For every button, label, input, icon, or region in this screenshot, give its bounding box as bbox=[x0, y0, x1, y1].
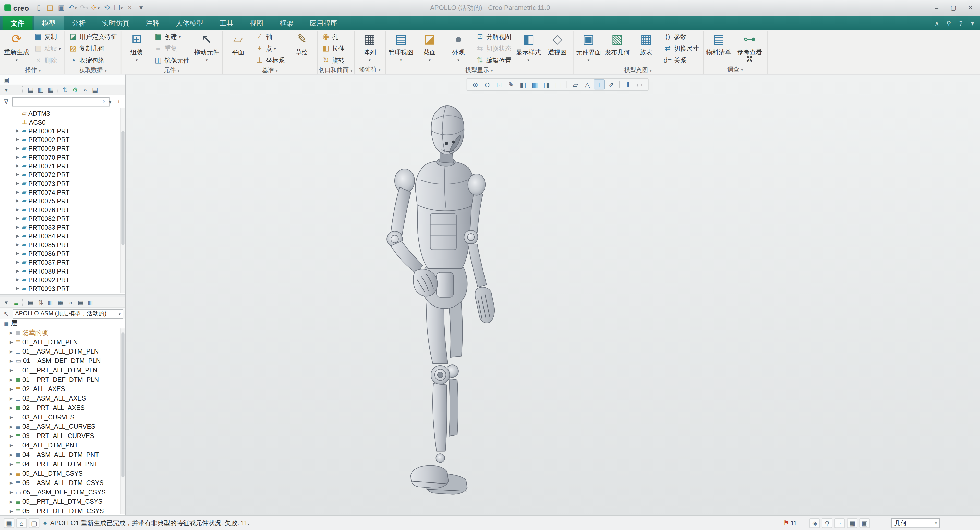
assemble-button[interactable]: ⊞组装▾ bbox=[123, 31, 151, 66]
tab-applications[interactable]: 应用程序 bbox=[301, 16, 345, 30]
tree-item[interactable]: ▶▰PRT0088.PRT bbox=[0, 267, 125, 275]
edit-position-button[interactable]: ⇅编辑位置 bbox=[473, 54, 514, 66]
layer-item[interactable]: ▶≣01_ALL_DTM_PLN bbox=[0, 337, 125, 347]
collapse-tree-panel-icon[interactable]: ▾ bbox=[2, 85, 11, 94]
switch-dimensions-button[interactable]: ⇄切换尺寸 bbox=[661, 43, 702, 55]
toggle-browser-icon[interactable]: ⌂ bbox=[16, 518, 27, 528]
manage-views-button[interactable]: ▤管理视图▾ bbox=[387, 31, 415, 66]
layer-root-row[interactable]: ≣ 层 bbox=[0, 319, 125, 328]
shrinkwrap-button[interactable]: ◔收缩包络 bbox=[66, 54, 119, 66]
tree-overflow-icon[interactable]: » bbox=[81, 85, 89, 94]
minimize-button[interactable]: – bbox=[928, 2, 945, 14]
tree-sort-icon[interactable]: ⇅ bbox=[61, 85, 70, 94]
zoom-out-icon[interactable]: ⊖ bbox=[482, 80, 493, 89]
grid-snap-icon[interactable]: ▦ bbox=[847, 518, 858, 528]
paste-button[interactable]: ▥粘贴▾ bbox=[32, 43, 63, 55]
open-file-icon[interactable]: ◱ bbox=[45, 2, 56, 14]
tree-column-view-icon[interactable]: ▦ bbox=[46, 85, 55, 94]
axis-button[interactable]: ∕轴 bbox=[253, 31, 287, 43]
csys-button[interactable]: ⊥坐标系 bbox=[253, 54, 287, 66]
tree-item[interactable]: ▶▰PRT0086.PRT bbox=[0, 249, 125, 258]
render-style-icon[interactable]: ▦ bbox=[529, 80, 541, 89]
tree-settings-icon[interactable]: ⚙ bbox=[71, 85, 80, 94]
tree-item[interactable]: ▶▰PRT0002.PRT bbox=[0, 135, 125, 144]
layer-overflow-icon[interactable]: » bbox=[66, 298, 75, 307]
layer-item[interactable]: ▶≣05__PRT_DEF_DTM_CSYS bbox=[0, 506, 125, 515]
box-select-icon[interactable]: ▫ bbox=[834, 518, 845, 528]
help-icon[interactable]: ? bbox=[957, 20, 964, 27]
pattern-button[interactable]: ▦阵列▾ bbox=[356, 31, 384, 65]
search-tool-icon[interactable]: ⚲ bbox=[822, 518, 832, 528]
delete-button[interactable]: ×删除 bbox=[32, 54, 63, 66]
regenerate-icon[interactable]: ⟳▾ bbox=[90, 2, 101, 14]
datum-display-filters-icon[interactable]: ▱ bbox=[570, 80, 581, 89]
tree-item[interactable]: ▶▰PRT0087.PRT bbox=[0, 258, 125, 267]
tree-item[interactable]: ▶▰PRT0082.PRT bbox=[0, 214, 125, 223]
layer-item[interactable]: ▶▭01__ASM_DEF_DTM_PLN bbox=[0, 356, 125, 366]
regenerate-button[interactable]: ⟳重新生成▾ bbox=[3, 31, 31, 66]
layer-tree-scrollbar[interactable] bbox=[120, 329, 125, 514]
tree-item[interactable]: ▶▰PRT0092.PRT bbox=[0, 275, 125, 284]
maximize-button[interactable]: ▢ bbox=[945, 2, 962, 14]
layer-rules-icon[interactable]: ▦ bbox=[56, 298, 65, 307]
revolve-button[interactable]: ↻旋转 bbox=[319, 54, 347, 66]
plane-button[interactable]: ▱平面 bbox=[224, 31, 252, 66]
operations-group-label[interactable]: 操作▾ bbox=[3, 66, 63, 75]
add-filter-button[interactable]: + bbox=[115, 97, 123, 106]
tree-doc-icon[interactable]: ▤ bbox=[91, 85, 99, 94]
close-window-icon[interactable]: × bbox=[124, 2, 135, 14]
component-interface-button[interactable]: ▣元件界面▾ bbox=[574, 31, 603, 66]
accessory-window-icon[interactable]: ▢ bbox=[29, 518, 40, 528]
parameters-button[interactable]: ()参数 bbox=[661, 31, 702, 43]
tab-tools[interactable]: 工具 bbox=[212, 16, 242, 30]
undo-icon[interactable]: ↶▾ bbox=[67, 2, 78, 14]
layer-item[interactable]: ▶≣03__PRT_ALL_CURVES bbox=[0, 431, 125, 441]
tree-item[interactable]: ▶▰PRT0070.PRT bbox=[0, 153, 125, 161]
drag-components-button[interactable]: ↖拖动元件▾ bbox=[193, 31, 221, 66]
layer-select-icon[interactable]: ↖ bbox=[2, 309, 11, 318]
minimize-ribbon-icon[interactable]: ∧ bbox=[933, 20, 940, 27]
layer-item[interactable]: ▶≣04__ASM_ALL_DTM_PNT bbox=[0, 450, 125, 460]
save-icon[interactable]: ▣ bbox=[56, 2, 67, 14]
layer-item[interactable]: ▶≣02__ASM_ALL_AXES bbox=[0, 394, 125, 403]
graphics-area[interactable]: ⊕⊖⊡✎◧▦◨▤▱△+⇗‖↦ bbox=[126, 75, 980, 515]
shading-style-icon[interactable]: ◧ bbox=[517, 80, 528, 89]
navigator-tab-icon[interactable]: ▣ bbox=[2, 75, 11, 84]
layer-item[interactable]: ▶≣01__PRT_DEF_DTM_PLN bbox=[0, 375, 125, 385]
tree-item[interactable]: ▶▰PRT0072.PRT bbox=[0, 170, 125, 179]
layer-info-icon[interactable]: ▤ bbox=[76, 298, 85, 307]
layer-list-view-icon[interactable]: ▤ bbox=[26, 298, 35, 307]
investigate-group-label[interactable]: 调查▾ bbox=[705, 65, 766, 74]
copy-geometry-button[interactable]: ▨复制几何 bbox=[66, 43, 119, 55]
selection-filter-combo[interactable]: 几何 ▾ bbox=[891, 518, 940, 528]
layer-item[interactable]: ▶≣05__ASM_ALL_DTM_CSYS bbox=[0, 478, 125, 488]
clear-search-icon[interactable]: × bbox=[103, 99, 106, 104]
tab-manikin[interactable]: 人体模型 bbox=[168, 16, 212, 30]
close-button[interactable]: ✕ bbox=[962, 2, 979, 14]
options-menu-icon[interactable]: ▾ bbox=[969, 20, 976, 27]
tab-live-simulation[interactable]: 实时仿真 bbox=[94, 16, 138, 30]
command-search-icon[interactable]: ⚲ bbox=[945, 20, 953, 27]
tree-item[interactable]: ▶▰PRT0084.PRT bbox=[0, 231, 125, 240]
mirror-component-button[interactable]: ◫镜像元件 bbox=[151, 54, 192, 66]
hole-button[interactable]: ◉孔 bbox=[319, 31, 347, 43]
cut-surface-group-label[interactable]: 切口和曲面▾ bbox=[319, 66, 353, 75]
tree-item[interactable]: ⊥ACS0 bbox=[0, 118, 125, 126]
search-options-dropdown-icon[interactable]: ▾ bbox=[107, 97, 113, 106]
layer-item[interactable]: ▶≣03__ASM_ALL_CURVES bbox=[0, 422, 125, 431]
layer-item[interactable]: ▶≣02__PRT_ALL_AXES bbox=[0, 403, 125, 412]
reference-viewer-button[interactable]: ⊶参考查看器 bbox=[733, 31, 766, 65]
tab-model[interactable]: 模型 bbox=[34, 16, 64, 30]
tab-analysis[interactable]: 分析 bbox=[64, 16, 94, 30]
exit-icon[interactable]: ↦ bbox=[634, 80, 645, 89]
point-button[interactable]: +点▾ bbox=[253, 43, 287, 55]
tab-framework[interactable]: 框架 bbox=[271, 16, 301, 30]
create-button[interactable]: ▦创建▾ bbox=[151, 31, 192, 43]
extrude-button[interactable]: ◧拉伸 bbox=[319, 43, 347, 55]
tree-item[interactable]: ▶▰PRT0085.PRT bbox=[0, 240, 125, 249]
display-style-button[interactable]: ◧显示样式▾ bbox=[514, 31, 542, 66]
model-tree-scrollbar[interactable] bbox=[120, 108, 125, 294]
zoom-in-icon[interactable]: ⊕ bbox=[470, 80, 481, 89]
layer-item[interactable]: ▶≣04__PRT_ALL_DTM_PNT bbox=[0, 459, 125, 469]
customize-quick-access-icon[interactable]: ▾ bbox=[136, 2, 146, 14]
